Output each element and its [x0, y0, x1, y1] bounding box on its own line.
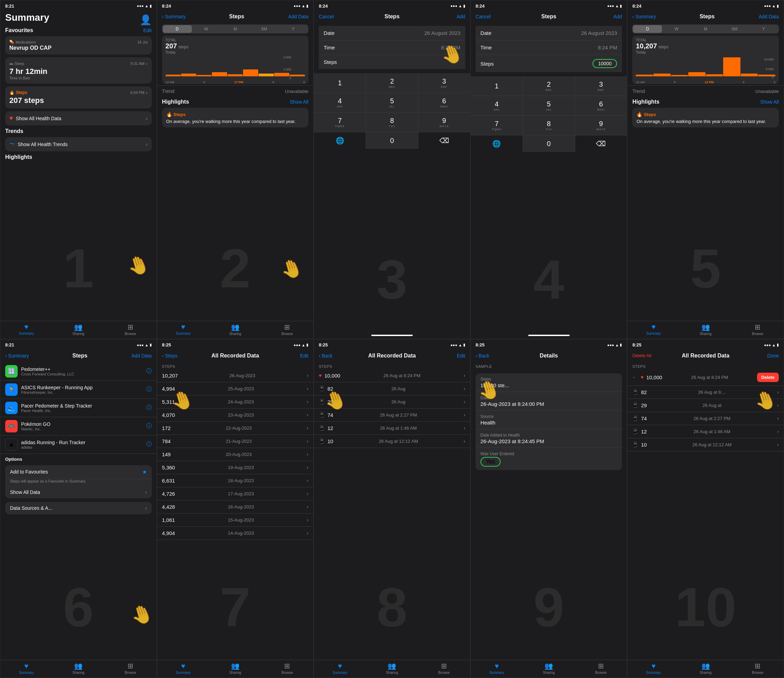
data-row-7-5[interactable]: 784 21-Aug-2023 ›	[157, 435, 313, 448]
app-row-6-3[interactable]: 👟 Pacer Pedometer & Step Tracker Pacer H…	[0, 399, 157, 417]
data-row-7-11[interactable]: 1,061 15-Aug-2023 ›	[157, 513, 313, 527]
key-1-4[interactable]: 1	[471, 76, 523, 96]
tab-browse-6[interactable]: ⊞ Browse	[120, 662, 141, 675]
data-row-10-0[interactable]: ← ♥ 10,000 26 Aug at 8:24 PM Delete	[627, 369, 784, 386]
seg-6m-2[interactable]: 6M	[249, 25, 279, 33]
data-row-10-2[interactable]: 📱 29 26 Aug at ›	[627, 399, 784, 412]
back-btn-2[interactable]: Summary	[162, 14, 185, 19]
steps-card[interactable]: 🔥 Steps 6:04 PM › 207 steps	[5, 86, 152, 109]
key-3-4[interactable]: 3DEF	[575, 76, 627, 96]
data-row-7-7[interactable]: 5,360 19-Aug-2023 ›	[157, 461, 313, 474]
key-6-4[interactable]: 6MNO	[575, 96, 627, 115]
data-row-8-5[interactable]: 📱 10 26 Aug at 12:12 AM ›	[314, 435, 470, 448]
tab-summary-9[interactable]: ♥ Summary	[486, 662, 507, 675]
info-icon-6-5[interactable]: ⓘ	[146, 441, 152, 448]
tab-summary-5[interactable]: ♥ Summary	[643, 323, 664, 335]
show-all-btn-5[interactable]: Show All	[760, 99, 779, 105]
data-row-10-4[interactable]: 📱 12 26 Aug at 1:46 AM ›	[627, 425, 784, 438]
add-data-btn-5[interactable]: Add Data	[758, 14, 779, 19]
key-7-3[interactable]: 7PQRS	[314, 113, 366, 132]
back-btn-5[interactable]: Summary	[632, 14, 656, 19]
add-btn-4[interactable]: Add	[601, 14, 622, 19]
data-row-10-5[interactable]: 📱 10 26 Aug at 12:12 AM ›	[627, 438, 784, 451]
seg-w-2[interactable]: W	[192, 25, 221, 33]
tab-summary-6[interactable]: ♥ Summary	[16, 662, 37, 675]
add-data-btn-2[interactable]: Add Data	[288, 14, 309, 19]
info-icon-6-3[interactable]: ⓘ	[146, 404, 152, 411]
key-5-3[interactable]: 5JKL	[366, 93, 418, 112]
key-3-3[interactable]: 3DEF	[418, 73, 470, 93]
key-6-3[interactable]: 6MNO	[418, 93, 470, 112]
tab-sharing-1[interactable]: 👥 Sharing	[68, 323, 89, 336]
show-all-trends-row[interactable]: 〜 Show All Health Trends ›	[5, 137, 152, 151]
key-7-4[interactable]: 7PQRS	[471, 116, 523, 135]
favourites-edit-btn[interactable]: Edit	[143, 28, 151, 33]
seg-y-2[interactable]: Y	[279, 25, 308, 33]
tab-sharing-5[interactable]: 👥 Sharing	[695, 323, 716, 336]
key-del-3[interactable]: ⌫	[418, 132, 470, 149]
seg-m-5[interactable]: M	[691, 25, 720, 33]
seg-y-5[interactable]: Y	[749, 25, 778, 33]
data-row-7-4[interactable]: 172 22-Aug-2023 ›	[157, 422, 313, 435]
tab-sharing-2[interactable]: 👥 Sharing	[225, 323, 245, 336]
medications-card[interactable]: 💊 Medications 16 Jul Nevrup OD CAP	[5, 36, 152, 54]
sleep-card[interactable]: 🛏 Sleep 9:31 AM › 7 hr 12min Time In Bed	[5, 58, 152, 84]
tab-browse-5[interactable]: ⊞ Browse	[747, 323, 768, 336]
delete-all-btn-10[interactable]: Delete All	[632, 353, 653, 358]
key-5-4[interactable]: 5JKL	[523, 96, 575, 115]
tab-browse-2[interactable]: ⊞ Browse	[277, 323, 298, 336]
back-btn-8[interactable]: Back	[319, 353, 340, 359]
tab-summary-1[interactable]: ♥ Summary	[16, 323, 37, 335]
key-8-4[interactable]: 8TUV	[523, 116, 575, 135]
data-row-7-8[interactable]: 6,631 18-Aug-2023 ›	[157, 474, 313, 487]
data-row-7-9[interactable]: 4,726 17-Aug-2023 ›	[157, 487, 313, 501]
back-btn-7[interactable]: Steps	[162, 353, 183, 359]
key-0-4[interactable]: 0	[523, 135, 575, 152]
seg-6m-5[interactable]: 6M	[720, 25, 749, 33]
seg-d-2[interactable]: D	[163, 25, 192, 33]
key-9-4[interactable]: 9WXYZ	[575, 116, 627, 135]
tab-summary-2[interactable]: ♥ Summary	[173, 323, 193, 335]
data-row-7-1[interactable]: 4,994 25-Aug-2023 ›	[157, 383, 313, 395]
data-row-8-1[interactable]: 📱 82 26 Aug ›	[314, 383, 470, 395]
tab-browse-9[interactable]: ⊞ Browse	[591, 662, 611, 675]
tab-browse-10[interactable]: ⊞ Browse	[747, 662, 768, 675]
data-row-8-0[interactable]: ♥ 10,000 26 Aug at 8:24 PM ›	[314, 369, 470, 383]
tab-sharing-7[interactable]: 👥 Sharing	[225, 662, 245, 675]
data-row-7-0[interactable]: 10,207 26-Aug-2023 ›	[157, 369, 313, 383]
cancel-btn-4[interactable]: Cancel	[475, 14, 496, 19]
info-icon-6-4[interactable]: ⓘ	[146, 422, 152, 430]
show-all-health-row[interactable]: ♥ Show All Health Data ›	[5, 111, 152, 125]
cancel-btn-3[interactable]: Cancel	[319, 14, 340, 19]
avatar-icon[interactable]: 👤	[140, 14, 152, 26]
key-0-3[interactable]: 0	[366, 132, 418, 149]
data-row-7-3[interactable]: 4,070 23-Aug-2023 ›	[157, 409, 313, 422]
data-row-10-3[interactable]: 📱 74 26 Aug at 2:27 PM ›	[627, 412, 784, 425]
delete-btn-10-0[interactable]: Delete	[757, 373, 779, 382]
info-icon-6-2[interactable]: ⓘ	[146, 386, 152, 393]
key-2-4[interactable]: 2ABC	[523, 76, 575, 96]
key-9-3[interactable]: 9WXYZ	[418, 113, 470, 132]
app-row-6-5[interactable]: ▲ adidas Running - Run Tracker adidas ⓘ	[0, 435, 157, 454]
show-all-btn-2[interactable]: Show All	[290, 99, 309, 105]
data-row-8-3[interactable]: 📱 74 26 Aug at 2:27 PM ›	[314, 409, 470, 422]
data-row-8-4[interactable]: 📱 12 26 Aug at 1:46 AM ›	[314, 422, 470, 435]
key-del-4[interactable]: ⌫	[575, 135, 627, 152]
data-row-7-2[interactable]: 5,311 24-Aug-2023 ›	[157, 395, 313, 409]
tab-sharing-10[interactable]: 👥 Sharing	[695, 662, 716, 675]
tab-browse-1[interactable]: ⊞ Browse	[120, 323, 141, 336]
data-row-7-12[interactable]: 4,904 14-Aug-2023 ›	[157, 527, 313, 540]
data-row-8-2[interactable]: 📱 29 26 Aug ›	[314, 395, 470, 409]
add-to-fav-row-6[interactable]: Add to Favourites ★	[5, 465, 152, 479]
tab-summary-8[interactable]: ♥ Summary	[329, 662, 350, 675]
key-1-3[interactable]: 1	[314, 73, 366, 93]
tab-sharing-6[interactable]: 👥 Sharing	[68, 662, 89, 675]
seg-w-5[interactable]: W	[662, 25, 691, 33]
edit-btn-7[interactable]: Edit	[288, 353, 309, 359]
info-icon-6-1[interactable]: ⓘ	[146, 367, 152, 375]
app-row-6-4[interactable]: 🎮 Pokémon GO Niantic, Inc. ⓘ	[0, 417, 157, 435]
key-globe-3[interactable]: 🌐	[314, 132, 366, 149]
key-globe-4[interactable]: 🌐	[471, 135, 523, 152]
edit-btn-8[interactable]: Edit	[444, 353, 465, 359]
tab-browse-8[interactable]: ⊞ Browse	[434, 662, 455, 675]
